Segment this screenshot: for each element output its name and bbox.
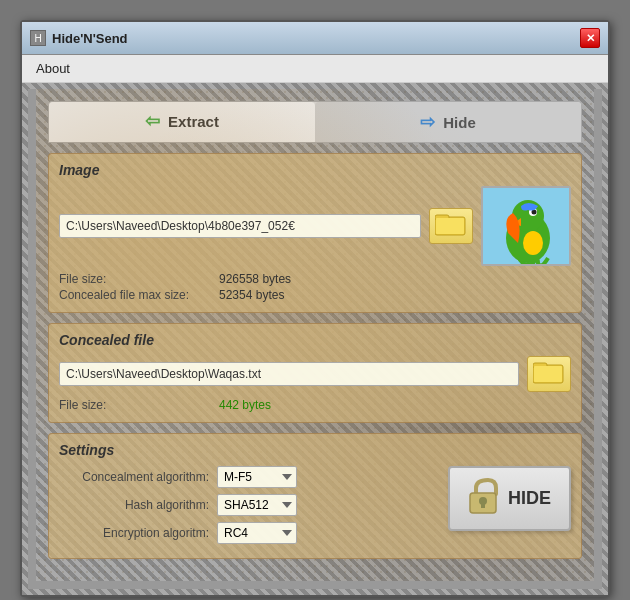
svg-point-8 [523,231,543,255]
title-bar-left: H Hide'N'Send [30,30,128,46]
hide-button-label: HIDE [508,488,551,509]
tab-hide[interactable]: ⇨ Hide [315,102,581,142]
hide-button-container: HIDE [448,466,571,531]
image-folder-button[interactable] [429,208,473,244]
image-filesize-label: File size: [59,272,199,286]
title-bar: H Hide'N'Send ✕ [22,22,608,55]
settings-left: Concealment algorithm: M-F5 F5 LSB Hash … [59,466,432,550]
image-file-input[interactable] [59,214,421,238]
concealed-section-title: Concealed file [59,332,571,348]
concealed-filesize-row: File size: 442 bytes [59,398,571,412]
image-section: Image [48,153,582,313]
settings-section-title: Settings [59,442,571,458]
hash-row: Hash algorithm: SHA512 SHA256 MD5 [59,494,432,516]
encryption-select[interactable]: RC4 AES None [217,522,297,544]
menu-about[interactable]: About [30,59,76,78]
concealment-select[interactable]: M-F5 F5 LSB [217,466,297,488]
main-content: ⇦ Extract ⇨ Hide Image [28,89,602,589]
svg-rect-2 [436,218,464,234]
concealed-file-row [59,356,571,392]
concealed-section: Concealed file File size: 442 bytes [48,323,582,423]
app-icon: H [30,30,46,46]
svg-rect-11 [534,366,562,382]
settings-grid: Concealment algorithm: M-F5 F5 LSB Hash … [59,466,571,550]
tab-extract[interactable]: ⇦ Extract [49,102,315,142]
image-concealed-max-label: Concealed file max size: [59,288,199,302]
menu-bar: About [22,55,608,83]
hide-button[interactable]: HIDE [448,466,571,531]
extract-arrow-icon: ⇦ [145,110,160,132]
image-concealed-max-row: Concealed file max size: 52354 bytes [59,288,571,302]
main-window: H Hide'N'Send ✕ About ⇦ Extract ⇨ Hide I… [20,20,610,597]
image-filesize-row: File size: 926558 bytes [59,272,571,286]
svg-rect-14 [481,502,485,508]
outer-border: ⇦ Extract ⇨ Hide Image [22,83,608,595]
concealed-filesize-label: File size: [59,398,199,412]
concealed-filesize-value: 442 bytes [219,398,271,412]
encryption-row: Encryption algoritm: RC4 AES None [59,522,432,544]
image-filesize-value: 926558 bytes [219,272,291,286]
hash-select[interactable]: SHA512 SHA256 MD5 [217,494,297,516]
concealment-label: Concealment algorithm: [59,470,209,484]
tab-bar: ⇦ Extract ⇨ Hide [48,101,582,143]
window-title: Hide'N'Send [52,31,128,46]
tab-extract-label: Extract [168,113,219,130]
image-section-title: Image [59,162,571,178]
image-preview [481,186,571,266]
settings-section: Settings Concealment algorithm: M-F5 F5 … [48,433,582,559]
concealment-row: Concealment algorithm: M-F5 F5 LSB [59,466,432,488]
hash-label: Hash algorithm: [59,498,209,512]
concealed-file-input[interactable] [59,362,519,386]
image-concealed-max-value: 52354 bytes [219,288,284,302]
image-folder-icon [435,209,467,243]
lock-icon [468,478,498,519]
encryption-label: Encryption algoritm: [59,526,209,540]
image-file-row [59,186,571,266]
tab-hide-label: Hide [443,114,476,131]
concealed-folder-icon [533,357,565,391]
hide-arrow-icon: ⇨ [420,111,435,133]
concealed-folder-button[interactable] [527,356,571,392]
close-button[interactable]: ✕ [580,28,600,48]
